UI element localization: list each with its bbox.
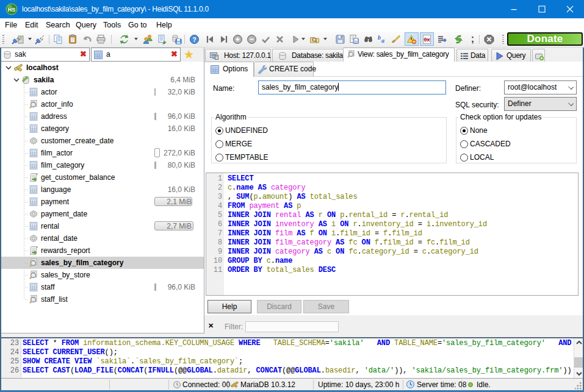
svg-text:a: a [381,37,384,44]
svg-text:HS: HS [8,7,16,13]
svg-text:0x: 0x [424,37,430,43]
svg-text:?: ? [192,37,196,43]
svg-text:b: b [378,34,381,41]
svg-text:;: ; [471,34,474,44]
